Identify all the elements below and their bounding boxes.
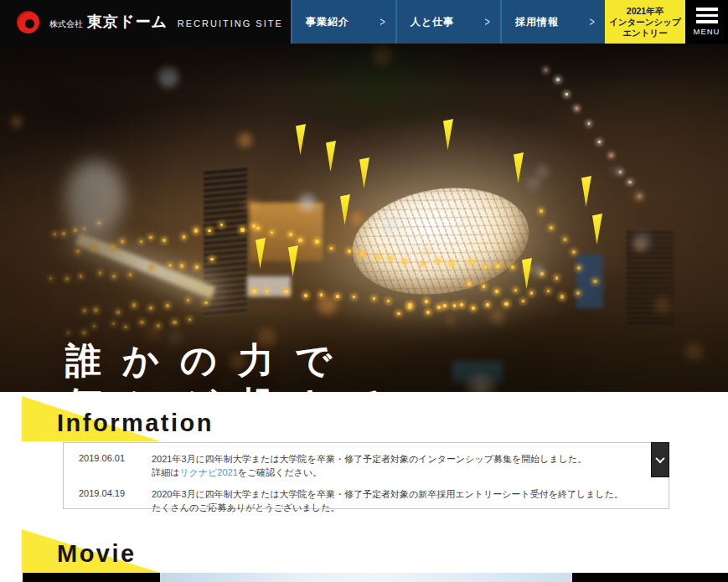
- nav-item-people-work[interactable]: 人と仕事 >: [395, 0, 500, 44]
- hero-catchcopy-line2: 何かが起きる: [65, 383, 410, 392]
- news-expand-button[interactable]: [651, 442, 669, 477]
- nav-item-label: 採用情報: [515, 15, 559, 29]
- brand[interactable]: 株式会社 東京ドーム RECRUITING SITE: [0, 0, 291, 44]
- tokyo-dome-logo-icon: [15, 9, 40, 34]
- nav-item-business[interactable]: 事業紹介 >: [291, 0, 395, 44]
- page: 株式会社 東京ドーム RECRUITING SITE 事業紹介 > 人と仕事 >…: [0, 0, 728, 582]
- news-date: 2019.04.19: [79, 487, 152, 514]
- news-text: 2020年3月に四年制大学または大学院を卒業・修了予定者対象の新卒採用エントリー…: [152, 487, 657, 514]
- chevron-right-icon: >: [380, 15, 385, 28]
- news-box: 2019.06.01 2021年3月に四年制大学または大学院を卒業・修了予定者対…: [63, 442, 669, 509]
- movie-heading: Movie: [57, 540, 137, 568]
- company-prefix: 株式会社: [49, 18, 83, 30]
- site-label: RECRUITING SITE: [178, 18, 283, 28]
- chevron-down-icon: [655, 454, 664, 463]
- internship-entry-button[interactable]: 2021年卒 インターンシップ エントリー: [605, 0, 685, 44]
- news-line: たくさんのご応募ありがとうございました。: [152, 501, 623, 514]
- news-line: 詳細はリクナビ2021をご確認ください。: [152, 466, 586, 479]
- news-line: 2020年3月に四年制大学または大学院を卒業・修了予定者対象の新卒採用エントリー…: [152, 487, 623, 501]
- news-date: 2019.06.01: [79, 452, 152, 479]
- news-text: 2021年3月に四年制大学または大学院を卒業・修了予定者対象のインターンシップ募…: [152, 452, 620, 479]
- chevron-right-icon: >: [485, 15, 490, 28]
- nav-item-label: 人と仕事: [410, 15, 454, 29]
- chevron-right-icon: >: [590, 15, 595, 28]
- news-row: 2019.06.01 2021年3月に四年制大学または大学院を卒業・修了予定者対…: [64, 449, 669, 484]
- entry-line: エントリー: [622, 28, 667, 39]
- nav-item-label: 事業紹介: [306, 15, 349, 29]
- menu-button[interactable]: MENU: [685, 0, 728, 44]
- brand-text: 株式会社 東京ドーム RECRUITING SITE: [49, 12, 283, 32]
- main-nav: 事業紹介 > 人と仕事 > 採用情報 > 2021年卒 インターンシップ エント…: [291, 0, 728, 44]
- news-line: 2021年3月に四年制大学または大学院を卒業・修了予定者対象のインターンシップ募…: [152, 452, 586, 466]
- hero-catchcopy-line1: 誰かの力で: [65, 338, 410, 383]
- company-name: 東京ドーム: [87, 12, 168, 32]
- menu-label: MENU: [694, 27, 720, 36]
- nav-item-recruit-info[interactable]: 採用情報 >: [500, 0, 605, 44]
- movie-band: [23, 573, 728, 582]
- news-line-suffix: をご確認ください。: [238, 467, 323, 477]
- entry-line: 2021年卒: [627, 6, 663, 17]
- movie-video-player[interactable]: [160, 573, 572, 582]
- news-row: 2019.04.19 2020年3月に四年制大学または大学院を卒業・修了予定者対…: [64, 484, 669, 519]
- rikunabi-link[interactable]: リクナビ2021: [179, 467, 238, 477]
- hero-catchcopy: 誰かの力で 何かが起きる: [65, 338, 410, 392]
- news-line-prefix: 詳細は: [152, 467, 179, 477]
- hamburger-icon: [696, 8, 718, 23]
- header: 株式会社 東京ドーム RECRUITING SITE 事業紹介 > 人と仕事 >…: [0, 0, 728, 44]
- hero-banner: 誰かの力で 何かが起きる: [0, 44, 728, 392]
- information-heading: Information: [57, 409, 214, 437]
- entry-line: インターンシップ: [609, 17, 681, 28]
